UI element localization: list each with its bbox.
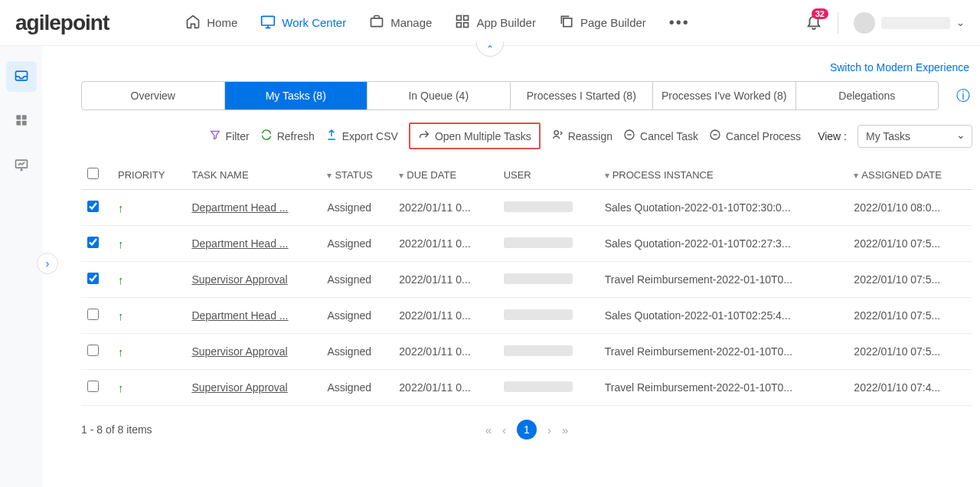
row-checkbox[interactable] [87,381,99,392]
filter-button[interactable]: Filter [209,129,250,143]
table-row: ↑ Department Head ... Assigned 2022/01/1… [81,190,972,226]
switch-experience-link[interactable]: Switch to Modern Experience [81,61,972,74]
cancel-process-label: Cancel Process [726,130,801,142]
chevron-right-icon: › [46,257,50,270]
tab-delegations[interactable]: Delegations [796,82,939,109]
nav-work-center[interactable]: Work Center [260,14,346,31]
task-name-link[interactable]: Department Head ... [185,298,321,334]
tabs-row: Overview My Tasks (8) In Queue (4) Proce… [81,81,972,110]
cell-user [498,298,599,334]
info-button[interactable]: ⓘ [954,87,972,105]
filter-icon: ▾ [854,170,858,181]
svg-rect-5 [464,23,469,28]
cell-status: Assigned [321,298,393,334]
svg-rect-3 [464,16,469,21]
cell-due-date: 2022/01/11 0... [393,226,497,262]
priority-up-icon: ↑ [118,345,124,358]
task-name-link[interactable]: Supervisor Approval [185,262,321,298]
tasks-table: PRIORITY TASK NAME ▾STATUS ▾DUE DATE USE… [81,160,972,406]
nav-work-center-label: Work Center [282,16,346,29]
reassign-label: Reassign [568,130,612,142]
sidebar-apps[interactable] [6,106,37,136]
task-name-link[interactable]: Department Head ... [185,190,321,226]
tab-my-tasks[interactable]: My Tasks (8) [225,82,368,109]
col-priority[interactable]: PRIORITY [112,160,185,190]
pager: 1 - 8 of 8 items « ‹ 1 › » [81,420,972,440]
svg-rect-6 [564,18,572,27]
cell-process-instance: Sales Quotation-2022-01-10T02:25:4... [599,298,848,334]
pager-prev[interactable]: ‹ [502,423,506,436]
col-user[interactable]: USER [498,160,599,190]
select-all-checkbox[interactable] [87,168,99,179]
reassign-button[interactable]: Reassign [551,129,612,143]
filter-icon: ▾ [605,170,609,181]
row-checkbox[interactable] [87,309,99,320]
col-process-instance[interactable]: ▾PROCESS INSTANCE [599,160,848,190]
col-task-name[interactable]: TASK NAME [185,160,321,190]
tab-processes-started[interactable]: Processes I Started (8) [511,82,654,109]
cell-assigned-date: 2022/01/10 07:4... [848,370,972,406]
pager-next[interactable]: › [547,423,551,436]
open-multiple-label: Open Multiple Tasks [435,130,531,142]
notifications-button[interactable]: 32 [805,13,822,32]
nav-home[interactable]: Home [185,14,237,31]
open-multiple-tasks-button[interactable]: Open Multiple Tasks [409,123,541,149]
refresh-label: Refresh [277,130,315,142]
topbar: agilepoint Home Work Center Manage App B… [0,0,980,46]
inbox-icon [14,68,29,86]
col-status[interactable]: ▾STATUS [321,160,393,190]
cell-due-date: 2022/01/11 0... [393,190,497,226]
svg-rect-10 [16,120,21,125]
cell-user [498,226,599,262]
table-row: ↑ Supervisor Approval Assigned 2022/01/1… [81,262,972,298]
user-reassign-icon [551,129,564,143]
funnel-icon [209,129,221,143]
tab-in-queue[interactable]: In Queue (4) [368,82,511,109]
chart-icon [14,157,29,175]
refresh-icon [260,129,273,143]
col-assigned-date[interactable]: ▾ASSIGNED DATE [848,160,972,190]
cell-assigned-date: 2022/01/10 07:5... [848,226,972,262]
sidebar-inbox[interactable] [6,61,37,92]
cancel-process-button[interactable]: Cancel Process [709,129,801,143]
view-select[interactable]: My Tasks [858,125,972,148]
cell-assigned-date: 2022/01/10 07:5... [848,262,972,298]
pager-last[interactable]: » [562,423,568,436]
nav-app-builder[interactable]: App Builder [455,14,536,31]
tab-overview[interactable]: Overview [82,82,225,109]
row-checkbox[interactable] [87,273,99,284]
tab-processes-worked[interactable]: Processes I've Worked (8) [653,82,796,109]
user-menu[interactable]: ⌄ [854,12,965,34]
svg-rect-0 [262,16,275,25]
cancel-task-button[interactable]: Cancel Task [623,129,698,143]
refresh-button[interactable]: Refresh [260,129,315,143]
cell-process-instance: Travel Reimbursement-2022-01-10T0... [599,334,848,370]
svg-rect-11 [22,120,27,125]
task-name-link[interactable]: Supervisor Approval [185,370,321,406]
expand-sidebar-button[interactable]: › [37,253,58,274]
tabs: Overview My Tasks (8) In Queue (4) Proce… [81,81,939,110]
svg-rect-1 [371,18,383,27]
nav-manage[interactable]: Manage [369,14,432,31]
row-checkbox[interactable] [87,201,99,212]
pager-info: 1 - 8 of 8 items [81,423,485,436]
svg-point-13 [554,131,558,135]
nav-more[interactable]: ••• [669,14,690,31]
export-csv-button[interactable]: Export CSV [325,129,398,143]
cell-user [498,262,599,298]
sidebar-analytics[interactable] [6,150,37,181]
copy-icon [559,14,574,31]
cell-due-date: 2022/01/11 0... [393,262,497,298]
cell-status: Assigned [321,226,393,262]
pager-first[interactable]: « [485,423,492,436]
task-name-link[interactable]: Supervisor Approval [185,334,321,370]
row-checkbox[interactable] [87,237,99,248]
pager-current-page[interactable]: 1 [517,420,537,440]
row-checkbox[interactable] [87,345,99,356]
cell-process-instance: Sales Quotation-2022-01-10T02:30:0... [599,190,848,226]
col-due-date[interactable]: ▾DUE DATE [393,160,497,190]
chevron-up-icon: ⌃ [486,44,494,54]
nav-page-builder[interactable]: Page Builder [559,14,646,31]
task-name-link[interactable]: Department Head ... [185,226,321,262]
nav-page-builder-label: Page Builder [580,16,646,29]
